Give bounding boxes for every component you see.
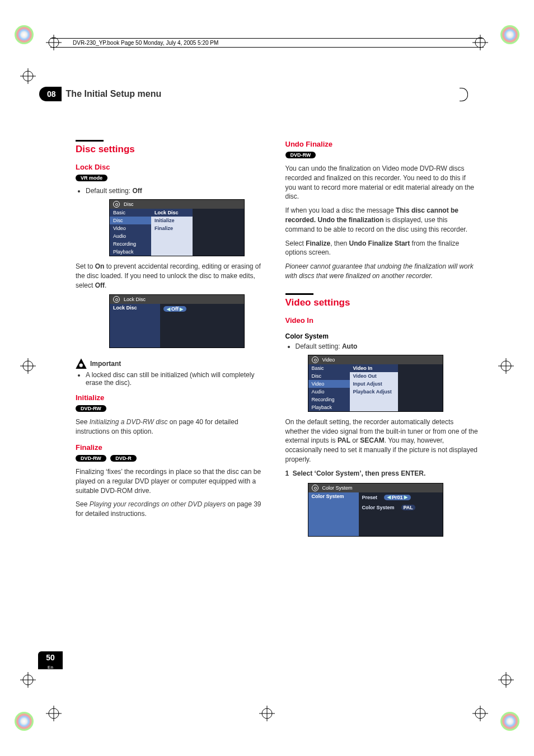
osd-row-label: Preset <box>359 494 381 501</box>
disc-icon <box>312 356 318 363</box>
page-number-badge: 50 En <box>38 651 63 669</box>
osd-label-column: Color System <box>308 492 359 536</box>
color-target <box>15 712 34 731</box>
osd-option-list: Lock Disc Initialize Finalize <box>151 209 193 256</box>
osd-title: Lock Disc <box>124 297 146 302</box>
default-setting-item: Default setting: Off <box>86 187 269 195</box>
osd-category-list: Basic Disc Video Audio Recording Playbac… <box>308 364 350 411</box>
text: , then <box>330 240 349 247</box>
osd-title-bar: Disc <box>110 200 244 209</box>
osd-empty-pane <box>193 209 244 256</box>
lockdisc-body: Set to On to prevent accidental recordin… <box>76 262 269 290</box>
text-italic: Playing your recordings on other DVD pla… <box>90 500 226 508</box>
osd-label: Color System <box>308 492 359 500</box>
section-video-settings: Video settings <box>285 297 479 308</box>
osd-category-item: Video <box>110 224 151 232</box>
important-label: Important <box>90 360 121 368</box>
page-number: 50 <box>46 653 55 662</box>
book-header: DVR-230_YP.book Page 50 Monday, July 4, … <box>50 38 484 48</box>
initialize-body: See Initializing a DVD-RW disc on page 4… <box>76 417 269 436</box>
text: or <box>350 436 360 444</box>
osd-category-item: Playback <box>308 403 350 411</box>
text-bold: Undo Finalize Start <box>349 240 410 247</box>
default-setting-label: Default setting: <box>86 187 132 195</box>
section-rule <box>285 293 313 295</box>
tag-dvd-rw: DVD-RW <box>76 455 106 462</box>
registration-mark-icon <box>46 706 62 721</box>
video-body: On the default setting, the recorder aut… <box>285 417 479 464</box>
disc-icon <box>312 485 318 491</box>
osd-option-item: Initialize <box>151 217 193 224</box>
color-target <box>15 25 34 44</box>
text-bold: Off <box>95 281 105 289</box>
osd-category-item: Audio <box>110 232 151 240</box>
osd-title-bar: Video <box>308 355 443 364</box>
osd-body: Color System Preset ◀ Pr01 ▶ Colo <box>308 492 443 536</box>
osd-category-item: Disc <box>110 217 151 224</box>
right-column: Undo Finalize DVD-RW You can undo the fi… <box>285 140 479 542</box>
important-item: A locked disc can still be initialized (… <box>86 371 269 387</box>
osd-category-item: Playback <box>110 248 151 256</box>
osd-option-item: Finalize <box>151 224 193 232</box>
warning-triangle-icon: ✽ <box>76 358 87 369</box>
registration-mark-icon <box>498 672 514 688</box>
registration-mark-icon <box>259 706 275 721</box>
tag-vr-mode: VR mode <box>76 175 107 181</box>
osd-value-pill: PAL <box>401 505 415 510</box>
chevron-right-icon: ▶ <box>179 307 184 312</box>
finalize-body: Finalizing ‘fixes’ the recordings in pla… <box>76 467 269 495</box>
chevron-right-icon: ▶ <box>403 495 409 500</box>
osd-body: Lock Disc ◀ Off ▶ <box>110 304 244 348</box>
osd-category-item: Recording <box>308 396 350 403</box>
osd-value-pane: ◀ Off ▶ <box>160 304 244 348</box>
left-column: Disc settings Lock Disc VR mode Default … <box>76 140 269 542</box>
undo-note: Pioneer cannot guarantee that undoing th… <box>285 262 479 281</box>
text: See <box>76 500 90 508</box>
section-rule <box>76 140 104 142</box>
text-bold: PAL <box>338 436 350 444</box>
osd-title: Video <box>322 357 335 363</box>
chapter-header: 08 The Initial Setup menu <box>39 87 495 101</box>
important-heading: ✽ Important <box>76 358 269 369</box>
undo-body3: Select Finalize, then Undo Finalize Star… <box>285 239 479 258</box>
osd-category-item: Video <box>308 380 350 388</box>
text-bold: Finalize <box>306 240 330 247</box>
default-setting-item: Default setting: Auto <box>296 342 479 350</box>
step-number: 1 <box>285 469 289 477</box>
osd-option-item: Lock Disc <box>151 209 193 217</box>
osd-value-pane: Preset ◀ Pr01 ▶ Color System PAL <box>359 492 443 536</box>
important-list: A locked disc can still be initialized (… <box>76 371 269 387</box>
osd-disc-menu: Disc Basic Disc Video Audio Recording Pl… <box>109 199 245 256</box>
osd-option-item: Video Out <box>350 372 398 380</box>
tag-dvd-r: DVD-R <box>110 455 137 462</box>
osd-title: Color System <box>322 485 353 491</box>
osd-label: Lock Disc <box>110 304 160 312</box>
page: DVR-230_YP.book Page 50 Monday, July 4, … <box>0 0 534 756</box>
osd-option-item: Playback Adjust <box>350 388 398 396</box>
osd-value-pill: ◀ Off ▶ <box>163 306 186 312</box>
text: Set to <box>76 262 95 270</box>
finalize-ref: See Playing your recordings on other DVD… <box>76 500 269 519</box>
page-language: En <box>38 663 63 673</box>
text: If when you load a disc the message <box>285 206 396 214</box>
osd-body: Basic Disc Video Audio Recording Playbac… <box>110 209 244 256</box>
registration-mark-icon <box>472 706 488 721</box>
osd-value: Pr01 <box>392 495 403 500</box>
chapter-number-badge: 08 <box>39 87 62 101</box>
osd-category-item: Audio <box>308 388 350 396</box>
undo-body1: You can undo the finalization on Video m… <box>285 164 479 201</box>
osd-option-list: Video In Video Out Input Adjust Playback… <box>350 364 398 411</box>
default-setting-value: Off <box>132 187 142 195</box>
disc-icon <box>113 296 120 303</box>
section-disc-settings: Disc settings <box>76 144 269 155</box>
content-columns: Disc settings Lock Disc VR mode Default … <box>76 140 478 542</box>
text: Select <box>285 240 306 247</box>
osd-title-bar: Color System <box>308 483 443 492</box>
default-setting-list: Default setting: Off <box>76 187 269 195</box>
disc-icon <box>113 201 120 208</box>
osd-option-item: Video In <box>350 364 398 372</box>
osd-label-column: Lock Disc <box>110 304 160 348</box>
color-target <box>500 712 519 731</box>
text-italic: Initializing a DVD-RW disc <box>90 418 168 426</box>
osd-value: PAL <box>404 505 413 510</box>
